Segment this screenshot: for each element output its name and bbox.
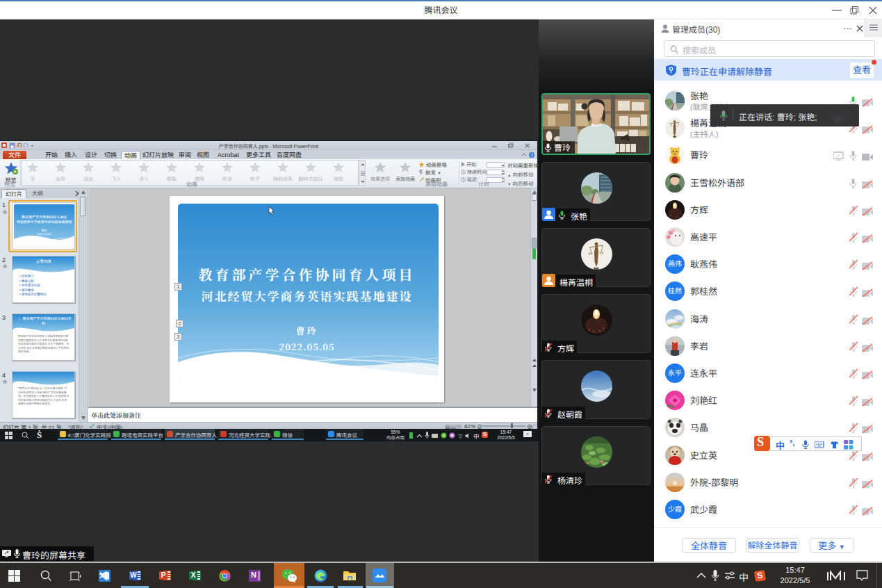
- svg-text:?: ?: [530, 153, 533, 158]
